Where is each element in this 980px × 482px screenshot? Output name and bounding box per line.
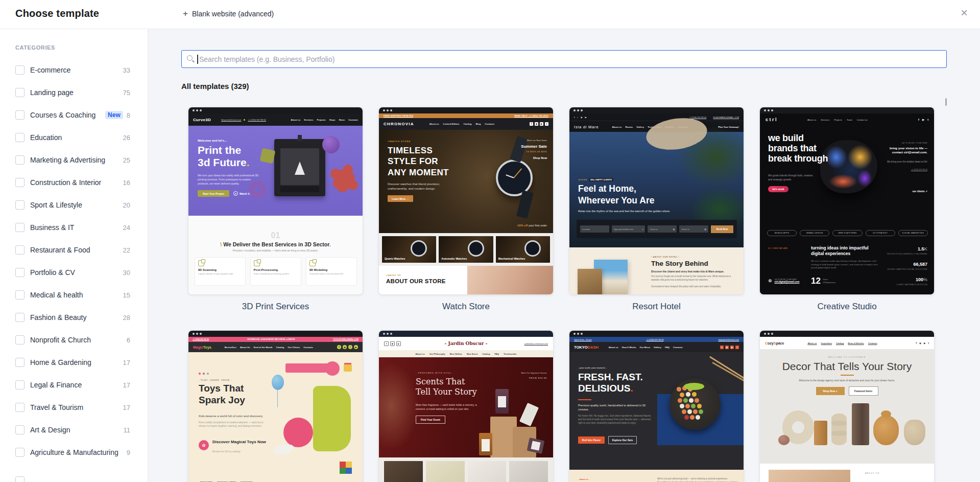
checkbox[interactable] (15, 268, 25, 277)
checkbox[interactable] (15, 178, 25, 187)
close-icon[interactable]: × (958, 6, 971, 20)
template-card-watch-store[interactable]: FREE SHIPPING FROM $50NEED HELP: +1 (800… (378, 107, 554, 312)
category-label: Medical & health (30, 291, 83, 299)
sidebar-item-travel-tourism[interactable]: Travel & Tourism17 (0, 396, 148, 419)
site-nav-links: About usServicesProjectsTeamContact us (807, 119, 868, 121)
pill: UX STRATEGY (866, 230, 895, 236)
window-dot (387, 333, 389, 335)
sidebar-item-marketing-advertising[interactable]: Marketing & Advertising25 (0, 149, 148, 171)
site-navbar: CHRONOVIA About usLimited EditionCatalog… (379, 118, 553, 130)
site-email: ISLADIMARE@EMAIL.COM (713, 116, 739, 119)
nav-link: Steps (329, 119, 336, 121)
checkbox[interactable] (15, 448, 25, 457)
template-card-resort-hotel[interactable]: ft◉▶ +1 (234) 567 89 00 ISLADIMARE@EMAIL… (569, 107, 744, 312)
nav-link: Our Menu (640, 346, 651, 349)
template-preview: ctrl About usServicesProjectsTeamContact… (759, 107, 935, 295)
template-name[interactable]: Creative Studio (759, 302, 935, 312)
template-name[interactable]: 3D Print Services (188, 302, 363, 312)
checkbox[interactable] (15, 425, 25, 434)
category-label: Art & Design (30, 426, 70, 434)
pill: DIGITAL MARKETING (898, 230, 928, 236)
wavy-vase-graphic (831, 414, 847, 445)
sidebar-item-medical-health[interactable]: Medical & health15 (0, 284, 148, 306)
watch-strap (510, 136, 528, 163)
checkbox[interactable] (15, 476, 25, 482)
category-label: Fashion & Beauty (30, 313, 87, 322)
checkbox[interactable] (15, 245, 25, 255)
hero-cta-button: Find Your Scent (416, 416, 445, 424)
sidebar-item-ecommerce[interactable]: E-commerce33 (0, 59, 148, 81)
scrollbar-thumb[interactable] (945, 98, 947, 106)
category-count: 15 (123, 291, 130, 299)
printer-base (280, 186, 319, 192)
sidebar-item-partial[interactable] (0, 470, 148, 482)
torus-graphic (249, 181, 266, 198)
stat-hours: 66,587HOURS CRAFTING DIGITAL SOLUTIONS (888, 259, 927, 270)
facebook-icon: f (574, 116, 575, 119)
blank-website-button[interactable]: + Blank website (advanced) (180, 7, 277, 20)
aside-note: Meet our New Items (527, 139, 547, 142)
sidebar-item-business-it[interactable]: Business & IT24 (0, 216, 148, 239)
site-navbar: MagicToys. BestsellersAbout UsDeal of th… (188, 342, 363, 352)
wolf-figurine (295, 162, 305, 175)
window-dot (383, 333, 385, 335)
sidebar-item-nonprofit-church[interactable]: Nonprofit & Church6 (0, 329, 148, 351)
checkout-field: Check in▦ (679, 225, 708, 233)
sidebar-item-landing-page[interactable]: Landing page75 (0, 81, 148, 104)
nav-link: About Us (240, 346, 250, 349)
site-contacts: 3d.prints@email.com+1 (234) 567 89 00 (221, 119, 266, 121)
nav-link: Catalog (276, 346, 284, 349)
checkbox[interactable] (15, 380, 25, 389)
marble-vase-graphic (852, 403, 869, 445)
sidebar-item-construction-interior[interactable]: Construction & Interior16 (0, 171, 148, 194)
template-card-perfume[interactable]: f◉▶ - Jardin Obscur - jardinobscur@email… (378, 330, 554, 482)
search-input[interactable] (198, 51, 930, 67)
perfume-bottle (519, 403, 539, 426)
sidebar-item-legal-finance[interactable]: Legal & Finance17 (0, 374, 148, 396)
checkbox[interactable] (15, 88, 25, 97)
category-count: 8 (127, 111, 130, 119)
dot-icon (199, 373, 201, 375)
topbar-left: Open 8 am - 10 pm (574, 338, 591, 341)
checkbox[interactable] (15, 358, 25, 367)
nav-link: Catalog (836, 342, 844, 345)
template-card-sushi[interactable]: Open 8 am - 10 pm+1 (234) 567 89 00tokyo… (569, 330, 744, 482)
checkbox[interactable] (15, 335, 25, 345)
template-card-decor[interactable]: CozySpace About usInspirationCatalogNews… (759, 330, 935, 482)
sidebar-item-home-gardening[interactable]: Home & Gardening17 (0, 351, 148, 374)
hero-kicker: WELCOME TO COZYSPACE (760, 349, 934, 358)
checkbox[interactable] (15, 290, 25, 300)
sidebar-item-fashion-beauty[interactable]: Fashion & Beauty28 (0, 306, 148, 329)
checkbox[interactable] (15, 403, 25, 412)
template-card-toys[interactable]: +1 (234) 567 89 00SHOWROOM: 123A EGMONT … (188, 330, 363, 482)
sidebar-item-sport-lifestyle[interactable]: Sport & Lifestyle20 (0, 194, 148, 216)
story-body: Our journey began as a small retreat by … (651, 275, 737, 282)
checkbox[interactable] (15, 65, 25, 75)
experience-stat: 12YearsOf Experience (811, 276, 835, 286)
checkbox[interactable] (15, 133, 25, 142)
template-name[interactable]: Watch Store (378, 302, 554, 312)
watch-thumb (468, 240, 484, 257)
template-card-creative-studio[interactable]: ctrl About usServicesProjectsTeamContact… (759, 107, 935, 312)
checkbox[interactable] (15, 223, 25, 232)
sidebar-item-courses-coaching[interactable]: Courses & CoachingNew8 (0, 104, 148, 126)
hero-body: Welcome to the design agency and store o… (760, 379, 934, 382)
checkbox[interactable] (15, 200, 25, 210)
template-card-3d-print-services[interactable]: Curve3D 3d.prints@email.com+1 (234) 567 … (188, 107, 363, 312)
sidebar-item-restaurant-food[interactable]: Restaurant & Food22 (0, 239, 148, 261)
sidebar-item-art-design[interactable]: Art & Design11 (0, 419, 148, 441)
site-email: 3d.prints@email.com (221, 119, 241, 121)
checkbox[interactable] (15, 313, 25, 322)
hero-title: Decor That Tells Your Story (760, 360, 934, 373)
site-preview: +1 (234) 567 89 00SHOWROOM: 123A EGMONT … (188, 337, 363, 482)
template-name[interactable]: Resort Hotel (569, 302, 744, 312)
sidebar-item-agriculture-manufacturing[interactable]: Agriculture & Manufacturing9 (0, 441, 148, 464)
nav-link: New Scent (467, 353, 477, 355)
aside-dates: 10 AUG-20 AUG (526, 150, 547, 153)
checkbox[interactable] (15, 110, 25, 120)
about-title: ABOUT OUR STORE (386, 278, 446, 284)
checkbox[interactable] (15, 155, 25, 165)
sidebar-item-education[interactable]: Education26 (0, 126, 148, 149)
sidebar-item-portfolio-cv[interactable]: Portfolio & CV30 (0, 261, 148, 284)
pink-ball-graphic (283, 418, 313, 447)
